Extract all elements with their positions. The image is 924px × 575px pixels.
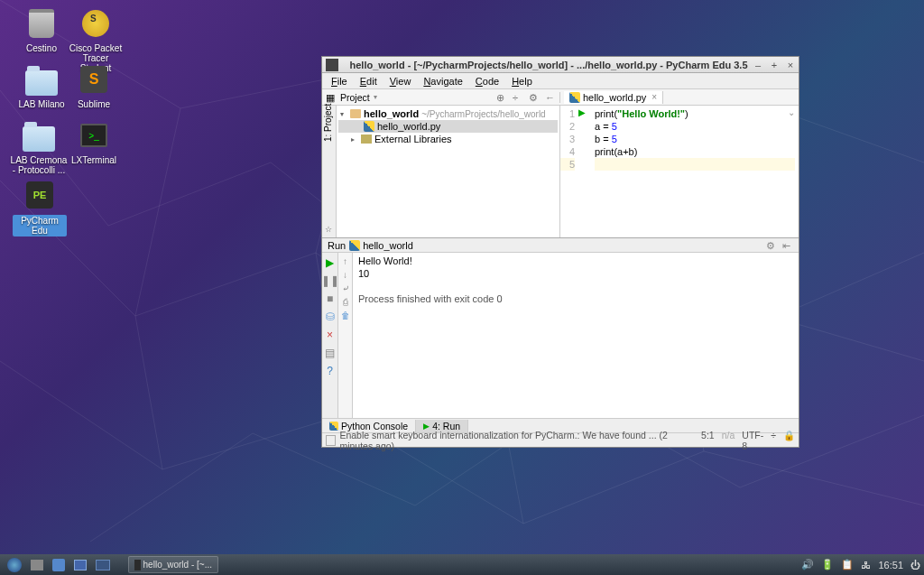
python-icon <box>349 240 360 251</box>
print-icon[interactable]: ⎙ <box>343 297 348 307</box>
run-toolbar: ▶ ❚❚ ■ ⛁ × ▤ ? <box>322 253 338 418</box>
project-tree: ▾ hello_world ~/PycharmProjects/hello_wo… <box>337 106 560 237</box>
close-tab-button[interactable]: × <box>324 329 337 341</box>
clock[interactable]: 16:51 <box>878 560 903 570</box>
run-output[interactable]: Hello World! 10 Process finished with ex… <box>353 253 799 418</box>
cisco-icon: S <box>78 5 114 42</box>
help-button[interactable]: ? <box>324 365 337 377</box>
show-desktop-button[interactable] <box>92 556 114 573</box>
gear-icon[interactable]: ⚙ <box>529 92 540 103</box>
menu-help[interactable]: Help <box>506 75 538 88</box>
python-icon <box>364 121 374 132</box>
collapse-icon[interactable]: ⊕ <box>496 92 507 103</box>
tree-file-hello-world[interactable]: hello_world.py <box>338 120 558 133</box>
code-lines[interactable]: print("Hello World!") a = 5 b = 5 print(… <box>591 106 799 237</box>
run-subtoolbar: ↑ ↓ ⤶ ⎙ 🗑 <box>338 253 353 418</box>
trash-icon[interactable]: 🗑 <box>341 311 350 320</box>
menu-file[interactable]: File <box>326 75 353 88</box>
start-button[interactable] <box>4 556 25 573</box>
editor: 12345 ▶ print("Hello World!") a = 5 b = … <box>560 106 799 237</box>
structure-tab-icon[interactable]: ☆ <box>325 225 332 234</box>
wrap-icon[interactable]: ⤶ <box>342 283 349 293</box>
window-title: hello_world - [~/PycharmProjects/hello_w… <box>344 60 753 70</box>
pycharm-icon: PE <box>22 177 58 213</box>
up-arrow-icon[interactable]: ↑ <box>343 256 347 266</box>
sublime-icon: S <box>76 61 112 97</box>
titlebar[interactable]: hello_world - [~/PycharmProjects/hello_w… <box>322 57 799 73</box>
expand-icon[interactable]: ÷ <box>513 92 523 103</box>
maximize-button[interactable]: + <box>770 60 779 70</box>
chevron-down-icon[interactable]: ▾ <box>340 110 347 118</box>
run-button[interactable]: ▶ <box>324 256 337 269</box>
menu-code[interactable]: Code <box>470 75 504 88</box>
folder-icon <box>350 109 361 118</box>
layout-button[interactable]: ▤ <box>324 347 337 359</box>
status-message: Enable smart keyboard internationalizati… <box>339 430 701 451</box>
menu-view[interactable]: View <box>384 75 417 88</box>
dump-button[interactable]: ⛁ <box>324 311 337 323</box>
app-icon <box>326 59 338 71</box>
project-dropdown[interactable]: Project <box>340 92 370 103</box>
tree-external-libraries[interactable]: ▸ External Libraries <box>338 133 558 145</box>
library-icon <box>361 134 372 144</box>
close-button[interactable]: × <box>786 60 795 70</box>
desktop-icon-sublime[interactable]: S Sublime <box>67 61 121 109</box>
iconify-button[interactable] <box>70 556 90 573</box>
clipboard-icon[interactable]: 📋 <box>841 559 854 570</box>
chevron-right-icon[interactable]: ▸ <box>351 135 358 144</box>
statusbar: Enable smart keyboard internationalizati… <box>322 432 799 447</box>
run-gutter: ▶ <box>578 106 591 237</box>
menu-edit[interactable]: Edit <box>355 75 383 88</box>
run-line-icon[interactable]: ▶ <box>578 107 591 117</box>
gear-icon[interactable]: ⚙ <box>766 240 777 251</box>
code-area[interactable]: 12345 ▶ print("Hello World!") a = 5 b = … <box>560 106 799 237</box>
desktop-icon-labmilano[interactable]: LAB Milano <box>14 61 69 109</box>
folder-icon <box>23 61 60 97</box>
desktop-icon-labcremona[interactable]: LAB Cremona - Protocolli ... <box>9 117 69 175</box>
terminal-icon: >_ <box>76 117 112 153</box>
desktop-icon-lxterminal[interactable]: >_ LXTerminal <box>67 117 121 165</box>
pause-button[interactable]: ❚❚ <box>324 274 337 287</box>
battery-icon[interactable]: 🔋 <box>821 559 834 570</box>
line-numbers: 12345 <box>560 106 578 237</box>
encoding[interactable]: UTF-8 <box>742 430 763 451</box>
folder-icon <box>21 117 57 153</box>
minimize-button[interactable]: – <box>753 60 762 70</box>
hide-icon[interactable]: ← <box>545 92 556 103</box>
taskbar-app-pycharm[interactable]: hello_world - [~... <box>128 556 218 573</box>
trash-icon <box>23 5 60 42</box>
chevron-down-icon[interactable]: ⌄ <box>788 107 795 117</box>
pycharm-window: hello_world - [~/PycharmProjects/hello_w… <box>321 56 799 448</box>
editor-tab-hello-world[interactable]: hello_world.py × <box>564 91 663 104</box>
tab-close-button[interactable]: × <box>651 92 657 102</box>
filemanager-button[interactable] <box>27 556 47 573</box>
taskbar: hello_world - [~... 🔊 🔋 📋 🖧 16:51 ⏻ <box>0 554 924 575</box>
line-sep-icon[interactable]: ÷ <box>771 430 776 451</box>
cursor-position: 5:1 <box>701 430 715 451</box>
status-icon[interactable] <box>326 435 336 446</box>
run-panel-header: Run hello_world ⚙ ⇤ <box>322 238 799 253</box>
down-arrow-icon[interactable]: ↓ <box>343 270 347 280</box>
sidebar-tab-project[interactable]: 1: Project ☆ <box>322 106 337 237</box>
logout-icon[interactable]: ⏻ <box>910 560 920 570</box>
lock-icon[interactable]: 🔒 <box>783 430 795 451</box>
hide-panel-icon[interactable]: ⇤ <box>782 240 793 251</box>
menu-navigate[interactable]: Navigate <box>418 75 467 88</box>
toolbar: ▦ Project ▾ ⊕ ÷ ⚙ ← hello_world.py × <box>322 89 799 106</box>
python-icon <box>569 92 580 103</box>
python-icon <box>329 422 338 431</box>
run-panel: Run hello_world ⚙ ⇤ ▶ ❚❚ ■ ⛁ × ▤ ? ↑ ↓ ⤶ <box>322 237 799 418</box>
browser-button[interactable] <box>49 556 69 573</box>
chevron-down-icon: ▾ <box>374 93 377 101</box>
status-na: n/a <box>722 430 735 451</box>
pycharm-icon <box>134 560 141 570</box>
network-icon[interactable]: 🖧 <box>861 560 871 570</box>
stop-button[interactable]: ■ <box>324 292 337 305</box>
project-view-icon[interactable]: ▦ <box>326 92 337 103</box>
tree-root[interactable]: ▾ hello_world ~/PycharmProjects/hello_wo… <box>338 107 558 120</box>
desktop-icon-cestino[interactable]: Cestino <box>14 5 69 53</box>
volume-icon[interactable]: 🔊 <box>801 559 814 570</box>
desktop-icon-pycharm[interactable]: PE PyCharm Edu <box>13 177 67 236</box>
menubar: File Edit View Navigate Code Help <box>322 73 799 89</box>
